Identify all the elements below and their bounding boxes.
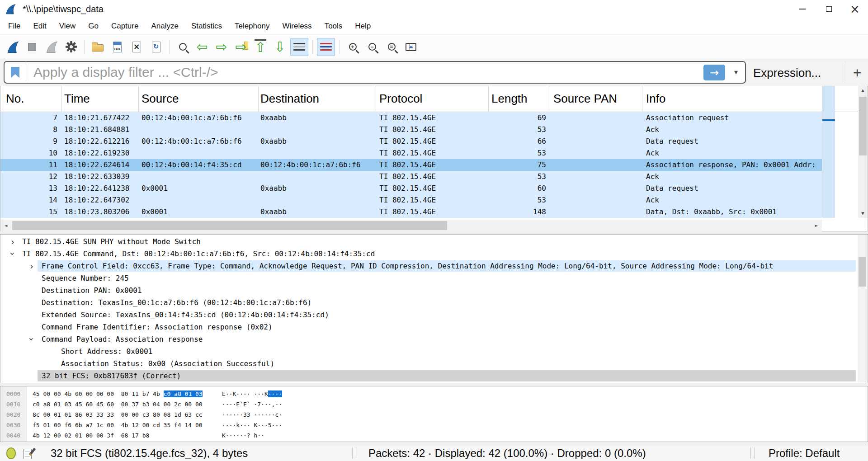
expression-button[interactable]: Expression... [753, 59, 821, 86]
minimize-button[interactable] [789, 0, 816, 18]
hex-ascii[interactable]: E··K···· ···K···· [222, 389, 282, 399]
scroll-right-button[interactable] [811, 220, 822, 231]
hex-row-0010[interactable]: 0010c0 a8 01 03 45 60 45 60 00 37 b3 04 … [0, 399, 868, 409]
packet-row-13[interactable]: 1318:10:22.6412380x00010xaabbTI 802.15.4… [0, 183, 822, 194]
capture-comment-button[interactable] [24, 448, 35, 460]
menu-view[interactable]: View [53, 18, 82, 34]
detail-line-4[interactable]: Sequence Number: 245 [0, 272, 868, 284]
details-vscrollbar[interactable] [858, 235, 867, 382]
display-filter-input[interactable]: Apply a display filter ... <Ctrl-/> [4, 61, 746, 84]
stop-capture-button[interactable] [23, 38, 41, 56]
column-header-no[interactable]: No. [6, 86, 24, 112]
save-capture-file-button[interactable]: 0101 [108, 38, 126, 56]
detail-line-5[interactable]: Destination PAN: 0x0001 [0, 284, 868, 296]
hex-bytes[interactable]: 4b 12 00 02 01 00 00 3f 68 17 b8 [33, 430, 149, 441]
expand-expander-icon[interactable] [9, 235, 16, 248]
hex-ascii[interactable]: ····k··· K···5··· [222, 420, 282, 430]
packet-row-12[interactable]: 1218:10:22.633039TI 802.15.4GE53Ack [0, 171, 822, 183]
column-header-source-pan[interactable]: Source PAN [553, 86, 617, 112]
packet-list-minimap[interactable] [822, 86, 835, 218]
go-back-button[interactable]: ⇦ [193, 38, 211, 56]
start-capture-button[interactable] [4, 38, 22, 56]
add-filter-button[interactable]: + [848, 59, 866, 86]
detail-line-11[interactable]: Association Status: 0x00 (Association Su… [0, 358, 868, 370]
hex-row-0020[interactable]: 00208c 00 01 01 86 03 33 33 00 00 c3 80 … [0, 409, 868, 420]
menu-capture[interactable]: Capture [105, 18, 145, 34]
open-capture-file-button[interactable] [89, 38, 107, 56]
menu-telephony[interactable]: Telephony [228, 18, 276, 34]
hex-ascii[interactable]: K······? h·· [222, 430, 264, 441]
packet-row-10[interactable]: 1018:10:22.619230TI 802.15.4GE53Ack [0, 147, 822, 159]
packet-row-8[interactable]: 818:10:21.684881TI 802.15.4GE53Ack [0, 124, 822, 136]
details-vscrollbar-thumb[interactable] [859, 257, 866, 287]
detail-line-3[interactable]: Frame Control Field: 0xcc63, Frame Type:… [0, 260, 868, 272]
packet-list-vscrollbar[interactable] [858, 86, 868, 218]
hex-ascii[interactable]: ····E`E` ·7···,·· [222, 399, 282, 409]
column-header-length[interactable]: Length [491, 86, 528, 112]
colorize-packets-button[interactable] [317, 38, 335, 56]
column-header-destination[interactable]: Destination [260, 86, 319, 112]
packet-row-9[interactable]: 918:10:22.61221600:12:4b:00:1c:a7:6b:f60… [0, 136, 822, 147]
filter-bookmark-button[interactable] [5, 62, 26, 83]
menu-tools[interactable]: Tools [318, 18, 349, 34]
close-capture-file-button[interactable]: × [127, 38, 146, 56]
maximize-button[interactable] [816, 0, 842, 18]
detail-line-6[interactable]: Destination: TexasIns_00:1c:a7:6b:f6 (00… [0, 296, 868, 309]
menu-file[interactable]: File [2, 18, 27, 34]
menu-help[interactable]: Help [349, 18, 377, 34]
zoom-out-button[interactable]: − [363, 38, 381, 56]
auto-scroll-live-button[interactable] [290, 38, 308, 56]
close-button[interactable]: × [842, 0, 868, 18]
restart-capture-button[interactable] [42, 38, 61, 56]
hex-row-0030[interactable]: 0030f5 01 00 f6 6b a7 1c 00 4b 12 00 cd … [0, 420, 868, 430]
capture-options-button[interactable] [62, 38, 80, 56]
menu-go[interactable]: Go [82, 18, 105, 34]
hscrollbar-thumb[interactable] [12, 221, 447, 230]
hex-row-0040[interactable]: 00404b 12 00 02 01 00 00 3f 68 17 b8K···… [0, 430, 868, 441]
resize-columns-button[interactable]: ◂▸ [402, 38, 420, 56]
hex-ascii[interactable]: ······33 ······c· [222, 409, 282, 420]
menu-wireless[interactable]: Wireless [276, 18, 318, 34]
packet-row-7[interactable]: 718:10:21.67742200:12:4b:00:1c:a7:6b:f60… [0, 112, 822, 124]
find-packet-button[interactable] [174, 38, 192, 56]
packet-row-11[interactable]: 1118:10:22.62461400:12:4b:00:14:f4:35:cd… [0, 159, 822, 171]
vscrollbar-thumb[interactable] [859, 97, 867, 155]
hex-bytes[interactable]: 8c 00 01 01 86 03 33 33 00 00 c3 80 08 1… [33, 409, 203, 420]
expert-info-button[interactable] [6, 447, 17, 460]
detail-line-12[interactable]: 32 bit FCS: 0xb817683f (Correct) [0, 370, 868, 382]
apply-filter-button[interactable] [703, 65, 725, 80]
column-header-info[interactable]: Info [646, 86, 665, 112]
detail-line-7[interactable]: Extended Source: TexasIns_00:14:f4:35:cd… [0, 309, 868, 321]
expand-expander-icon[interactable] [28, 260, 35, 272]
hex-row-0000[interactable]: 000045 00 00 4b 00 00 00 00 80 11 b7 4b … [0, 389, 868, 399]
collapse-expander-icon[interactable] [7, 251, 19, 257]
go-last-packet-button[interactable]: ⇩ [271, 38, 289, 56]
collapse-expander-icon[interactable] [26, 336, 38, 343]
detail-line-2[interactable]: TI 802.15.4GE Command, Dst: 00:12:4b:00:… [0, 248, 868, 260]
detail-line-8[interactable]: Command Frame Identifier: Association re… [0, 321, 868, 333]
packet-row-14[interactable]: 1418:10:22.647302TI 802.15.4GE53Ack [0, 194, 822, 206]
column-header-time[interactable]: Time [64, 86, 90, 112]
zoom-reset-button[interactable]: = [382, 38, 401, 56]
hex-bytes[interactable]: c0 a8 01 03 45 60 45 60 00 37 b3 04 00 2… [33, 399, 203, 409]
column-header-source[interactable]: Source [142, 86, 179, 112]
zoom-in-button[interactable]: + [344, 38, 362, 56]
reload-capture-file-button[interactable]: ↻ [147, 38, 165, 56]
go-to-packet-button[interactable]: ⇨ [232, 38, 250, 56]
detail-line-9[interactable]: Command Payload: Association response [0, 333, 868, 345]
go-forward-button[interactable]: ⇨ [212, 38, 231, 56]
menu-edit[interactable]: Edit [27, 18, 52, 34]
packet-row-15[interactable]: 1518:10:23.8032060x00010xaabbTI 802.15.4… [0, 206, 822, 218]
scroll-left-button[interactable] [0, 220, 11, 231]
detail-line-10[interactable]: Short Address: 0x0001 [0, 345, 868, 358]
hex-bytes[interactable]: 45 00 00 4b 00 00 00 00 80 11 b7 4b c0 a… [33, 389, 203, 399]
menu-statistics[interactable]: Statistics [185, 18, 228, 34]
scroll-up-button[interactable] [858, 86, 868, 95]
column-header-protocol[interactable]: Protocol [379, 86, 422, 112]
filter-dropdown-caret[interactable] [734, 68, 738, 76]
scroll-down-button[interactable] [858, 209, 868, 218]
go-first-packet-button[interactable]: ⇧ [251, 38, 269, 56]
hex-bytes[interactable]: f5 01 00 f6 6b a7 1c 00 4b 12 00 cd 35 f… [33, 420, 203, 430]
detail-line-1[interactable]: TI 802.15.4GE SUN PHY without Mode Switc… [0, 235, 868, 248]
menu-analyze[interactable]: Analyze [145, 18, 184, 34]
